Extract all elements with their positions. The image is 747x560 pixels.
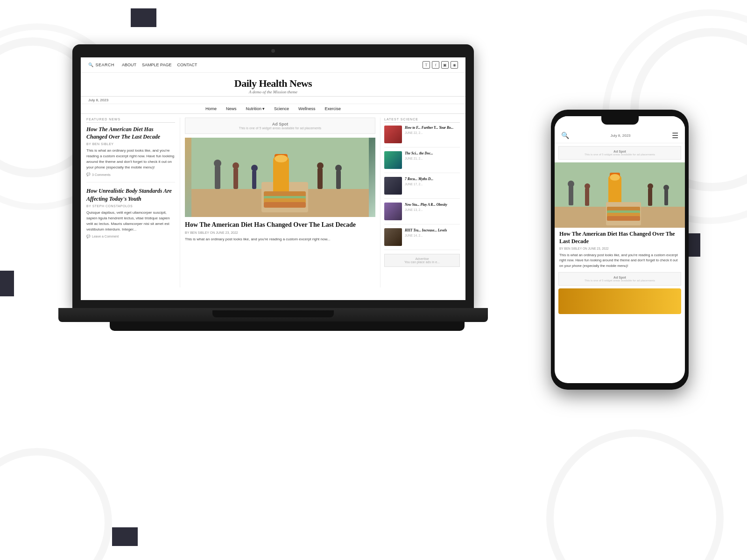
sidebar-item-date-3: JUNE 17, 2... <box>405 182 433 186</box>
sidebar-item-4: New Stu... Play A R... Obesity JUNE 13, … <box>384 203 460 224</box>
svg-rect-23 <box>585 188 589 206</box>
center-content: Ad Spot This is one of 5 widget areas av… <box>180 118 381 287</box>
decorative-arc-6 <box>546 429 724 560</box>
sidebar-item-title-2[interactable]: The Sci... the Doc... <box>405 151 433 156</box>
laptop-screen: 🔍 SEARCH ABOUT SAMPLE PAGE CONTACT T f ▣… <box>81 57 465 300</box>
svg-rect-37 <box>607 216 640 221</box>
decorative-square-2 <box>0 271 14 296</box>
svg-rect-21 <box>569 186 573 205</box>
site-subtitle: A demo of the Mission theme <box>83 90 464 94</box>
site-topbar: 🔍 SEARCH ABOUT SAMPLE PAGE CONTACT T f ▣… <box>81 57 465 73</box>
svg-rect-9 <box>336 170 341 189</box>
nav-about[interactable]: ABOUT <box>122 63 136 67</box>
nav-home[interactable]: Home <box>205 106 217 111</box>
nav-news[interactable]: News <box>226 106 237 111</box>
featured-article-2-comments[interactable]: 💬 Leave a Comment <box>86 235 175 238</box>
svg-rect-27 <box>664 189 668 205</box>
phone-gold-banner <box>558 288 681 314</box>
sidebar-featured: FEATURED NEWS How The American Diet Has … <box>86 118 180 287</box>
phone-ad-sub: This is one of 5 widget areas available … <box>562 153 677 156</box>
search-button[interactable]: 🔍 SEARCH <box>88 63 114 67</box>
phone-device: 🔍 July 8, 2023 ☰ Ad Spot This is one of … <box>551 110 689 390</box>
phone-article-excerpt: This is what an ordinary post looks like… <box>559 252 680 268</box>
sidebar-thumb-5 <box>384 228 402 246</box>
sidebar-thumb-2 <box>384 151 402 169</box>
decorative-arc-5 <box>0 448 112 560</box>
sidebar-thumb-3 <box>384 177 402 195</box>
nav-sample[interactable]: SAMPLE PAGE <box>142 63 171 67</box>
phone-main-image-svg <box>555 162 685 228</box>
featured-article-1-title[interactable]: How The American Diet Has Changed Over T… <box>86 126 175 140</box>
latest-label: LATEST SCIENCE <box>384 118 460 123</box>
nav-nutrition[interactable]: Nutrition ▾ <box>246 106 265 111</box>
phone-search-icon[interactable]: 🔍 <box>561 132 569 140</box>
podcast-icon[interactable]: ◉ <box>451 61 458 69</box>
main-article-meta: BY BEN SIBLEY ON JUNE 23, 2022 <box>185 231 375 234</box>
nav-science[interactable]: Science <box>274 106 289 111</box>
social-icons: T f ▣ ◉ <box>423 61 458 69</box>
sidebar-thumb-4 <box>384 203 402 220</box>
center-ad-spot: Ad Spot This is one of 5 widget areas av… <box>185 118 375 134</box>
svg-point-22 <box>568 181 574 187</box>
laptop-groove <box>212 310 334 317</box>
nav-exercise[interactable]: Exercise <box>324 106 341 111</box>
comment-icon-2: 💬 <box>86 235 91 238</box>
svg-point-24 <box>585 183 590 189</box>
svg-point-4 <box>233 162 239 169</box>
featured-article-2-author: BY STEPH CONSTAPOLOS <box>86 204 175 208</box>
sidebar-item-title-1[interactable]: How to F... Further Y... Your Bo... <box>405 126 453 130</box>
sidebar-item-text-3: 7 Recu... Myths D... JUNE 17, 2... <box>405 177 433 195</box>
sidebar-thumb-1 <box>384 126 402 143</box>
svg-rect-5 <box>252 170 256 189</box>
svg-point-8 <box>317 162 324 169</box>
facebook-icon[interactable]: f <box>432 61 439 69</box>
phone-bottom-ad-spot: Ad Spot This is one of 5 widget areas av… <box>558 272 681 286</box>
svg-point-10 <box>335 165 342 171</box>
sidebar-item-2: The Sci... the Doc... JUNE 21, 2... <box>384 151 460 173</box>
laptop-device: 🔍 SEARCH ABOUT SAMPLE PAGE CONTACT T f ▣… <box>72 44 479 343</box>
sidebar-item-title-3[interactable]: 7 Recu... Myths D... <box>405 177 433 182</box>
featured-article-2-title[interactable]: How Unrealistic Body Standards Are Affec… <box>86 187 175 202</box>
featured-article-1-excerpt: This is what an ordinary post looks like… <box>86 148 175 170</box>
featured-label: FEATURED NEWS <box>86 118 175 123</box>
laptop-frame: 🔍 SEARCH ABOUT SAMPLE PAGE CONTACT T f ▣… <box>72 44 474 308</box>
phone-screen: 🔍 July 8, 2023 ☰ Ad Spot This is one of … <box>555 116 685 383</box>
sidebar-item-text-2: The Sci... the Doc... JUNE 21, 2... <box>405 151 433 169</box>
chevron-down-icon: ▾ <box>262 106 265 111</box>
phone-ad-spot: Ad Spot This is one of 5 widget areas av… <box>558 146 681 160</box>
nav-contact[interactable]: CONTACT <box>177 63 197 67</box>
topbar-left: 🔍 SEARCH ABOUT SAMPLE PAGE CONTACT <box>88 63 197 67</box>
sidebar-item-title-4[interactable]: New Stu... Play A R... Obesity <box>405 203 447 207</box>
site-title: Daily Health News <box>83 77 464 90</box>
phone-main-image <box>555 162 685 228</box>
svg-point-2 <box>214 160 221 167</box>
phone-menu-icon[interactable]: ☰ <box>672 131 678 140</box>
main-article-title[interactable]: How The American Diet Has Changed Over T… <box>185 221 375 229</box>
featured-article-1-comments[interactable]: 💬 3 Comments <box>86 173 175 176</box>
laptop-feet <box>110 322 465 331</box>
featured-article-2: How Unrealistic Body Standards Are Affec… <box>86 182 175 238</box>
main-article-image <box>185 138 375 217</box>
main-article-excerpt: This is what an ordinary post looks like… <box>185 237 375 242</box>
sidebar-right: LATEST SCIENCE How to F... Further Y... … <box>381 118 460 287</box>
decorative-square-1 <box>131 8 156 27</box>
search-icon: 🔍 <box>88 63 94 67</box>
svg-rect-7 <box>317 168 323 189</box>
instagram-icon[interactable]: ▣ <box>441 61 449 69</box>
phone-frame: 🔍 July 8, 2023 ☰ Ad Spot This is one of … <box>551 110 689 390</box>
twitter-icon[interactable]: T <box>423 61 430 69</box>
phone-article-title[interactable]: How The American Diet Has Changed Over T… <box>559 231 680 245</box>
sidebar-item-title-5[interactable]: HIIT Tra... Increase... Levels <box>405 228 447 233</box>
phone-notch <box>601 114 639 125</box>
sidebar-item-5: HIIT Tra... Increase... Levels JUNE 14, … <box>384 228 460 250</box>
topbar-nav: ABOUT SAMPLE PAGE CONTACT <box>122 63 197 67</box>
phone-bottom-ad-title: Ad Spot <box>562 276 677 279</box>
sidebar-item-date-4: JUNE 13, 2... <box>405 208 447 211</box>
svg-point-15 <box>275 155 288 162</box>
sidebar-item-date-1: JUNE 22, 2... <box>405 131 453 134</box>
main-article-image-svg <box>185 138 375 217</box>
advertise-sub: You can place ads in e... <box>388 260 457 264</box>
sidebar-item-text-5: HIIT Tra... Increase... Levels JUNE 14, … <box>405 228 447 246</box>
sidebar-item-text-1: How to F... Further Y... Your Bo... JUNE… <box>405 126 453 143</box>
nav-wellness[interactable]: Wellness <box>298 106 315 111</box>
